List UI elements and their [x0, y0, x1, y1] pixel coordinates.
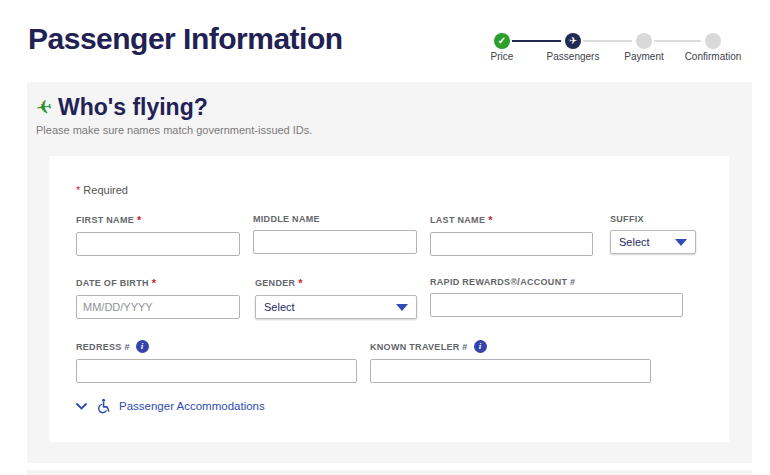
known-traveler-field-group: KNOWN TRAVELER # i	[370, 340, 651, 383]
chevron-down-icon	[396, 304, 408, 311]
chevron-down-icon	[675, 239, 687, 246]
step-label-price[interactable]: Price	[491, 51, 514, 62]
first-name-field-group: FIRST NAME *	[76, 214, 240, 256]
gender-field-group: GENDER * Select	[255, 277, 417, 319]
middle-name-input[interactable]	[253, 230, 417, 254]
redress-input[interactable]	[76, 359, 357, 383]
next-section-strip	[27, 470, 752, 475]
first-name-input[interactable]	[76, 232, 240, 256]
section-subtitle: Please make sure names match government-…	[36, 124, 312, 136]
step-label-passengers[interactable]: Passengers	[547, 51, 600, 62]
suffix-label: SUFFIX	[610, 214, 696, 224]
step-connector-inactive	[654, 40, 701, 42]
step-connector-active	[512, 40, 561, 42]
passenger-information-page: Passenger Information ✓ ✈ Price Passenge…	[0, 0, 770, 475]
date-of-birth-field-group: DATE OF BIRTH *	[76, 277, 240, 319]
chevron-down-icon	[76, 403, 87, 410]
middle-name-label: MIDDLE NAME	[253, 214, 417, 224]
plane-icon: ✈	[569, 36, 577, 46]
required-asterisk: *	[488, 214, 493, 226]
gender-label: GENDER *	[255, 277, 417, 289]
wheelchair-icon	[96, 398, 110, 414]
last-name-field-group: LAST NAME *	[430, 214, 593, 256]
suffix-select-value: Select	[619, 236, 650, 248]
passenger-accommodations-toggle[interactable]: Passenger Accommodations	[76, 398, 265, 414]
redress-label: REDRESS # i	[76, 340, 357, 353]
step-label-payment: Payment	[624, 51, 663, 62]
last-name-input[interactable]	[430, 232, 593, 256]
required-asterisk: *	[137, 214, 142, 226]
passenger-accommodations-link[interactable]: Passenger Accommodations	[119, 400, 265, 412]
date-of-birth-label: DATE OF BIRTH *	[76, 277, 240, 289]
gender-select-value: Select	[264, 301, 295, 313]
required-note-text: Required	[83, 184, 128, 196]
required-asterisk: *	[76, 184, 80, 196]
redress-field-group: REDRESS # i	[76, 340, 357, 383]
step-payment-circle	[636, 33, 652, 49]
step-price-circle[interactable]: ✓	[494, 33, 510, 49]
passenger-form-card: * Required FIRST NAME * MIDDLE NAME L	[49, 156, 729, 442]
step-label-confirmation: Confirmation	[685, 51, 742, 62]
known-traveler-label: KNOWN TRAVELER # i	[370, 340, 651, 353]
info-icon[interactable]: i	[474, 340, 487, 353]
rapid-rewards-field-group: RAPID REWARDS®/ACCOUNT #	[430, 277, 683, 317]
whos-flying-section: ✈ Who's flying? Please make sure names m…	[27, 82, 752, 463]
step-confirmation-circle	[705, 33, 721, 49]
suffix-field-group: SUFFIX Select	[610, 214, 696, 254]
plane-icon: ✈	[34, 95, 53, 120]
required-asterisk: *	[298, 277, 303, 289]
page-title: Passenger Information	[28, 22, 343, 56]
required-asterisk: *	[152, 277, 157, 289]
booking-progress-stepper: ✓ ✈ Price Passengers Payment Confirmatio…	[480, 28, 760, 66]
step-connector-inactive	[583, 40, 632, 42]
last-name-label: LAST NAME *	[430, 214, 593, 226]
middle-name-field-group: MIDDLE NAME	[253, 214, 417, 254]
gender-select[interactable]: Select	[255, 295, 417, 319]
suffix-select[interactable]: Select	[610, 230, 696, 254]
check-icon: ✓	[498, 36, 506, 46]
section-title: Who's flying?	[58, 94, 208, 121]
date-of-birth-input[interactable]	[76, 295, 240, 319]
rapid-rewards-input[interactable]	[430, 293, 683, 317]
info-icon[interactable]: i	[136, 340, 149, 353]
rapid-rewards-label: RAPID REWARDS®/ACCOUNT #	[430, 277, 683, 287]
section-header: ✈ Who's flying?	[36, 94, 208, 121]
step-passengers-circle[interactable]: ✈	[565, 33, 581, 49]
required-note: * Required	[76, 184, 128, 196]
first-name-label: FIRST NAME *	[76, 214, 240, 226]
known-traveler-input[interactable]	[370, 359, 651, 383]
